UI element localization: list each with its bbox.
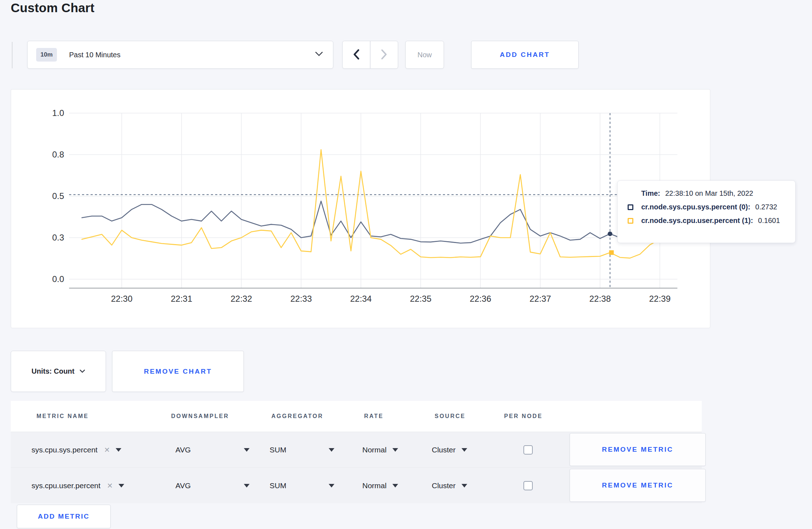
custom-chart-page: Custom Chart 10m Past 10 Minutes Now ADD… bbox=[0, 0, 812, 529]
time-range-badge: 10m bbox=[36, 48, 57, 62]
chevron-down-icon bbox=[315, 52, 323, 58]
svg-text:0.0: 0.0 bbox=[52, 274, 64, 284]
per-node-checkbox[interactable] bbox=[523, 445, 533, 455]
col-metric-name: METRIC NAME bbox=[37, 413, 89, 419]
tooltip-time-label: Time: bbox=[641, 189, 660, 198]
chevron-right-icon bbox=[381, 49, 387, 61]
downsampler-select[interactable]: AVG bbox=[175, 446, 250, 454]
units-select[interactable]: Units: Count bbox=[11, 351, 106, 392]
series-swatch-user bbox=[628, 218, 633, 224]
caret-down-icon bbox=[329, 448, 334, 452]
svg-text:0.5: 0.5 bbox=[52, 191, 64, 201]
metric-row: sys.cpu.user.percent ✕ AVG SUM Normal Cl… bbox=[11, 467, 702, 503]
time-range-select[interactable]: 10m Past 10 Minutes bbox=[27, 41, 333, 69]
metric-name-select[interactable]: sys.cpu.user.percent ✕ bbox=[32, 481, 124, 490]
caret-down-icon bbox=[244, 448, 250, 452]
time-range-label: Past 10 Minutes bbox=[69, 51, 120, 59]
col-aggregator: AGGREGATOR bbox=[271, 413, 323, 419]
col-per-node: PER NODE bbox=[504, 413, 543, 419]
caret-down-icon bbox=[244, 484, 250, 487]
source-select[interactable]: Cluster bbox=[432, 446, 467, 454]
svg-text:0.3: 0.3 bbox=[52, 233, 64, 242]
rate-select[interactable]: Normal bbox=[362, 446, 398, 454]
col-source: SOURCE bbox=[435, 413, 465, 419]
time-pager bbox=[342, 41, 398, 69]
downsampler-select[interactable]: AVG bbox=[175, 481, 250, 490]
tooltip-series-label: cr.node.sys.cpu.sys.percent (0): bbox=[641, 203, 750, 211]
time-forward-button[interactable] bbox=[371, 41, 398, 68]
clear-metric-icon[interactable]: ✕ bbox=[104, 446, 110, 454]
tooltip-series-row: cr.node.sys.cpu.sys.percent (0): 0.2732 bbox=[628, 203, 795, 211]
add-metric-button[interactable]: ADD METRIC bbox=[17, 505, 111, 528]
clear-metric-icon[interactable]: ✕ bbox=[107, 481, 113, 490]
svg-text:22:31: 22:31 bbox=[171, 294, 192, 304]
svg-text:22:34: 22:34 bbox=[350, 294, 372, 304]
series-swatch-sys bbox=[628, 204, 633, 210]
chart-card[interactable]: 22:3022:3122:3222:3322:3422:3522:3622:37… bbox=[11, 89, 710, 328]
svg-text:22:35: 22:35 bbox=[410, 294, 431, 304]
tooltip-series-row: cr.node.sys.cpu.user.percent (1): 0.1601 bbox=[628, 217, 795, 225]
units-label: Units: Count bbox=[32, 367, 74, 375]
caret-down-icon[interactable] bbox=[119, 484, 124, 487]
time-back-button[interactable] bbox=[343, 41, 370, 68]
metric-name-value: sys.cpu.user.percent bbox=[32, 481, 101, 490]
tooltip-series-value: 0.2732 bbox=[755, 203, 777, 211]
per-node-checkbox[interactable] bbox=[523, 481, 533, 490]
page-title: Custom Chart bbox=[11, 1, 95, 15]
caret-down-icon[interactable] bbox=[116, 448, 121, 452]
svg-text:22:32: 22:32 bbox=[231, 294, 252, 304]
source-select[interactable]: Cluster bbox=[432, 481, 467, 490]
caret-down-icon bbox=[329, 484, 334, 487]
tooltip-series-label: cr.node.sys.cpu.user.percent (1): bbox=[641, 217, 753, 225]
svg-text:0.8: 0.8 bbox=[52, 150, 64, 159]
svg-text:1.0: 1.0 bbox=[52, 108, 64, 118]
tooltip-time-row: Time: 22:38:10 on Mar 15th, 2022 bbox=[628, 189, 795, 198]
remove-chart-button[interactable]: REMOVE CHART bbox=[112, 351, 244, 392]
svg-text:22:36: 22:36 bbox=[470, 294, 491, 304]
chevron-down-icon bbox=[79, 368, 85, 375]
metric-name-select[interactable]: sys.cpu.sys.percent ✕ bbox=[32, 446, 121, 454]
caret-down-icon bbox=[392, 448, 398, 452]
rate-select[interactable]: Normal bbox=[362, 481, 398, 490]
now-button[interactable]: Now bbox=[405, 41, 444, 69]
caret-down-icon bbox=[461, 448, 467, 452]
tooltip-series-value: 0.1601 bbox=[758, 217, 780, 225]
svg-text:22:38: 22:38 bbox=[589, 294, 611, 304]
svg-text:22:30: 22:30 bbox=[111, 294, 132, 304]
aggregator-select[interactable]: SUM bbox=[270, 446, 334, 454]
chart-tooltip: Time: 22:38:10 on Mar 15th, 2022 cr.node… bbox=[617, 180, 796, 243]
aggregator-select[interactable]: SUM bbox=[270, 481, 334, 490]
caret-down-icon bbox=[392, 484, 398, 487]
col-rate: RATE bbox=[364, 413, 383, 419]
svg-text:22:37: 22:37 bbox=[530, 294, 551, 304]
svg-text:22:39: 22:39 bbox=[649, 294, 671, 304]
timeseries-chart[interactable]: 22:3022:3122:3222:3322:3422:3522:3622:37… bbox=[11, 89, 711, 329]
tooltip-time-value: 22:38:10 on Mar 15th, 2022 bbox=[665, 189, 753, 198]
metric-name-value: sys.cpu.sys.percent bbox=[32, 446, 97, 454]
caret-down-icon bbox=[461, 484, 467, 487]
col-downsampler: DOWNSAMPLER bbox=[171, 413, 229, 419]
metric-table-header: METRIC NAME DOWNSAMPLER AGGREGATOR RATE … bbox=[11, 401, 702, 432]
chevron-left-icon bbox=[353, 49, 359, 61]
remove-metric-button[interactable]: REMOVE METRIC bbox=[570, 433, 706, 466]
remove-metric-button[interactable]: REMOVE METRIC bbox=[570, 469, 706, 502]
toolbar-left-divider bbox=[12, 42, 13, 68]
metric-row: sys.cpu.sys.percent ✕ AVG SUM Normal Clu… bbox=[11, 432, 702, 467]
add-chart-button[interactable]: ADD CHART bbox=[471, 41, 579, 69]
svg-text:22:33: 22:33 bbox=[290, 294, 312, 304]
